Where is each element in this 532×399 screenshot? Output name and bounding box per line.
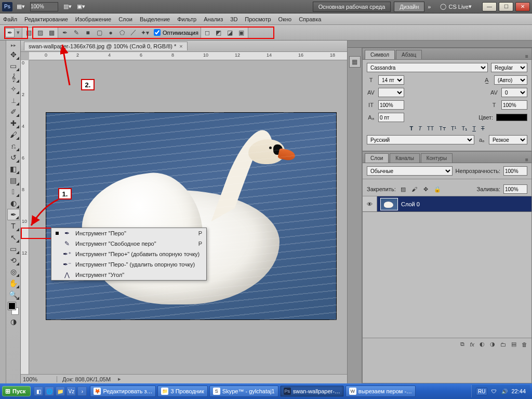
flyout-item-pen[interactable]: ✒ Инструмент "Перо" P [51,228,206,238]
fx-icon[interactable]: fx [470,341,474,348]
bold-button[interactable]: T [409,125,413,132]
tab-channels[interactable]: Каналы [390,153,420,163]
more-icon[interactable]: » [428,4,431,10]
path-op3-icon[interactable]: ◪ [225,28,235,37]
healing-tool[interactable]: ✚ [7,117,20,129]
font-family-select[interactable]: Cassandra [367,63,488,72]
tray-icon[interactable]: 🔊 [501,388,508,395]
ql-icon[interactable]: Vz [66,387,76,396]
screen-mode-icon[interactable]: ▣▾ [77,3,85,10]
adjustment-icon[interactable]: ◑ [490,341,495,348]
tools-collapse-icon[interactable]: ▸▸ [7,42,20,49]
font-style-select[interactable]: Regular [491,63,527,72]
task-button[interactable]: 🦊Редактировать з… [90,385,156,397]
layer-row[interactable]: 👁 Слой 0 [363,196,531,212]
window-close-button[interactable]: ✕ [515,2,530,11]
custom-shape-icon[interactable]: ✦▾ [140,28,150,37]
pen-tool[interactable]: ✒ [7,209,20,220]
start-button[interactable]: ⊞ Пуск [2,386,31,396]
rect-shape-icon[interactable]: ■ [83,28,92,37]
tab-character[interactable]: Символ [365,50,395,59]
3d-tool[interactable]: ⟲ [7,255,20,266]
layer-thumbnail[interactable] [380,198,398,210]
zoom-input[interactable] [30,2,58,11]
brush-tool[interactable]: 🖌 [7,129,20,140]
gradient-tool[interactable]: ▤ [7,175,20,186]
menu-file[interactable]: Файл [3,16,17,22]
layer-name[interactable]: Слой 0 [401,201,420,207]
task-button[interactable]: Wвырезаем пером -… [345,385,416,397]
flyout-item-addpoint[interactable]: ✒⁺ Инструмент "Перо+" (добавить опорную … [51,249,206,259]
mask-icon[interactable]: ◐ [480,341,485,348]
tool-preset-icon[interactable]: ✒ [5,28,15,37]
menu-filter[interactable]: Фильтр [177,16,196,22]
group-icon[interactable]: 🗀 [500,341,506,348]
history-brush-tool[interactable]: ↺ [7,152,20,163]
vscale-input[interactable] [378,100,404,110]
allcaps-button[interactable]: TT [427,125,434,132]
menu-view[interactable]: Просмотр [245,16,271,22]
arrange-docs-icon[interactable]: ▥▾ [63,3,72,10]
pen-shape-icon[interactable]: ✒ [60,28,70,37]
mini-panel-icon[interactable]: ▦ [349,56,361,68]
panel-menu-icon[interactable]: ≡ [522,54,531,59]
tab-paragraph[interactable]: Абзац [396,50,422,59]
subscript-button[interactable]: T₁ [461,125,467,132]
polygon-shape-icon[interactable]: ⬠ [117,28,127,37]
tray-icon[interactable]: 🛡 [490,388,498,395]
link-layers-icon[interactable]: ⧉ [460,341,464,348]
lock-pos-icon[interactable]: ✥ [422,186,430,193]
lock-all-icon[interactable]: 🔒 [433,186,442,193]
type-tool[interactable]: T [7,220,20,232]
leading-select[interactable]: (Авто) [494,75,527,85]
tracking-select[interactable]: 0 [501,88,527,97]
ql-icon[interactable]: › [77,387,87,396]
color-swatches[interactable] [7,301,20,316]
new-layer-icon[interactable]: ▤ [511,341,516,348]
zoom-tool[interactable]: 🔍 [7,289,20,300]
font-size-select[interactable]: 14 пт [378,75,404,85]
fill-input[interactable] [503,184,527,194]
path-op4-icon[interactable]: ▣ [237,28,246,37]
opacity-input[interactable] [503,166,527,176]
eyedropper-tool[interactable]: ✐ [7,106,20,117]
superscript-button[interactable]: T¹ [451,125,456,132]
menu-analysis[interactable]: Анализ [204,16,223,22]
lock-trans-icon[interactable]: ▨ [399,186,407,193]
menu-window[interactable]: Окно [278,16,292,22]
lock-pixels-icon[interactable]: 🖌 [410,186,419,192]
lasso-tool[interactable]: 𝄞 [7,72,20,83]
tab-paths[interactable]: Контуры [421,153,453,163]
crop-tool[interactable]: ⟂ [7,95,20,106]
cslive-button[interactable]: ◯ CS Live ▾ [440,3,472,10]
optimize-checkbox[interactable] [154,29,161,36]
bridge-icon[interactable]: ▦▾ [17,3,25,10]
menu-help[interactable]: Справка [299,16,321,22]
menu-3d[interactable]: 3D [230,16,237,22]
canvas-viewport[interactable] [29,60,347,374]
paths-icon[interactable]: ▨ [35,28,45,37]
task-button-active[interactable]: Psswan-wallpaper-… [280,385,344,397]
flyout-item-convert[interactable]: ⋀ Инструмент "Угол" [51,270,206,280]
blend-mode-select[interactable]: Обычные [367,166,453,176]
document-tab[interactable]: swan-wallpaper-1366x768.jpg @ 100% (Слой… [24,42,188,50]
path-select-tool[interactable]: ↖ [7,232,20,243]
clock[interactable]: 22:44 [511,388,526,394]
line-shape-icon[interactable]: ／ [129,28,138,37]
roundrect-shape-icon[interactable]: ▢ [95,28,104,37]
ql-icon[interactable]: 🌐 [45,387,54,396]
status-arrow-icon[interactable]: ▸ [118,376,121,382]
path-op1-icon[interactable]: ◻ [203,28,212,37]
window-maximize-button[interactable]: ☐ [499,2,513,11]
quick-mask-icon[interactable]: ◑ [7,316,20,327]
eraser-tool[interactable]: ◧ [7,163,20,175]
layer-list[interactable]: 👁 Слой 0 [363,196,531,338]
stamp-tool[interactable]: ⎌ [7,140,20,152]
freeform-pen-icon[interactable]: ✎ [72,28,81,37]
marquee-tool[interactable]: ▭ [7,60,20,72]
path-op2-icon[interactable]: ◩ [214,28,223,37]
visibility-eye-icon[interactable]: 👁 [363,196,377,211]
close-tab-icon[interactable]: × [179,43,182,49]
flyout-item-freeform[interactable]: ✎ Инструмент "Свободное перо" P [51,238,206,249]
status-zoom[interactable]: 100% [21,376,57,382]
